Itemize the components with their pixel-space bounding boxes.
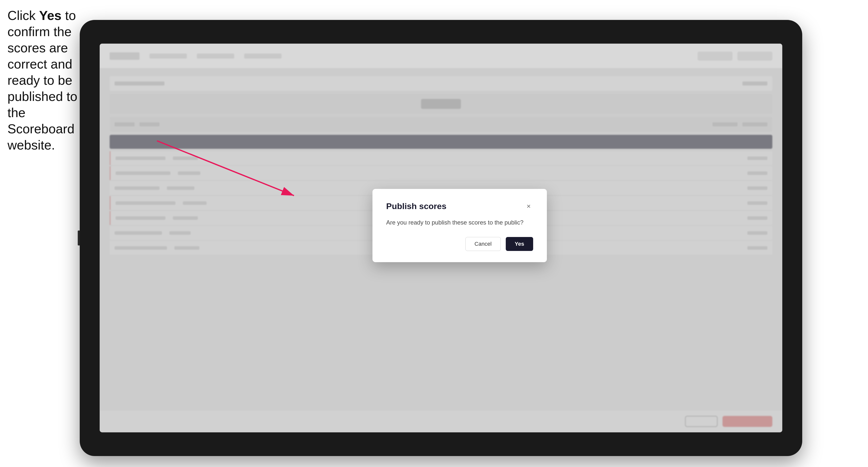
tablet-screen: Publish scores × Are you ready to publis… [100, 43, 782, 432]
modal-body: Are you ready to publish these scores to… [386, 218, 533, 227]
yes-button[interactable]: Yes [506, 237, 533, 251]
annotation-text-suffix: to confirm the scores are correct and re… [7, 8, 77, 152]
annotation-text: Click Yes to confirm the scores are corr… [7, 7, 80, 153]
modal-message: Are you ready to publish these scores to… [386, 218, 533, 227]
tablet-side-button [78, 230, 80, 246]
annotation-text-prefix: Click [7, 8, 39, 23]
modal-title: Publish scores [386, 201, 446, 211]
cancel-button[interactable]: Cancel [465, 237, 501, 251]
publish-scores-modal: Publish scores × Are you ready to publis… [372, 189, 547, 262]
modal-footer: Cancel Yes [386, 237, 533, 251]
annotation-text-bold: Yes [39, 8, 62, 23]
modal-overlay: Publish scores × Are you ready to publis… [100, 43, 782, 432]
modal-close-button[interactable]: × [524, 202, 533, 211]
tablet-device: Publish scores × Are you ready to publis… [80, 20, 802, 456]
modal-header: Publish scores × [386, 201, 533, 211]
